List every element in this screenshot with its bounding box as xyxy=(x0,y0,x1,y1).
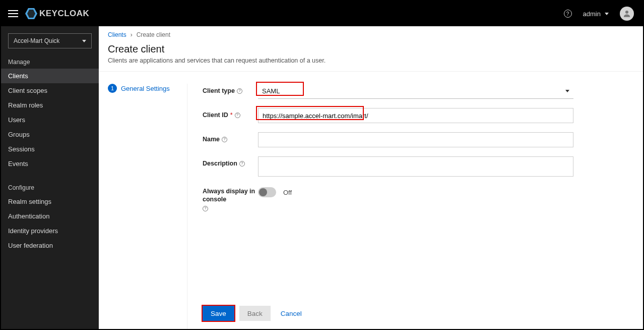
main-content: Clients › Create client Create client Cl… xyxy=(99,26,643,329)
help-icon[interactable]: ? xyxy=(222,137,227,142)
page-description: Clients are applications and services th… xyxy=(108,57,634,64)
label-client-type: Client type xyxy=(203,87,235,95)
description-input[interactable] xyxy=(258,156,573,177)
sidebar-item-client-scopes[interactable]: Client scopes xyxy=(1,83,99,98)
client-id-input[interactable] xyxy=(258,108,573,123)
page-title: Create client xyxy=(108,43,634,55)
wizard-step-general[interactable]: 1 General Settings xyxy=(108,84,184,93)
top-header: KEYCLOAK ? admin xyxy=(1,1,643,26)
sidebar-item-groups[interactable]: Groups xyxy=(1,127,99,142)
toggle-state: Off xyxy=(283,189,292,196)
sidebar: Accel-Mart Quick Manage Clients Client s… xyxy=(1,26,99,329)
realm-selector[interactable]: Accel-Mart Quick xyxy=(8,33,92,48)
sidebar-item-user-federation[interactable]: User federation xyxy=(1,238,99,253)
help-icon[interactable]: ? xyxy=(237,88,242,94)
realm-selected-value: Accel-Mart Quick xyxy=(14,37,59,44)
chevron-down-icon xyxy=(565,90,569,92)
chevron-down-icon xyxy=(605,13,609,15)
breadcrumb-current: Create client xyxy=(137,31,170,38)
breadcrumb-parent[interactable]: Clients xyxy=(108,31,126,38)
always-display-toggle[interactable] xyxy=(258,187,276,197)
label-client-id: Client ID xyxy=(203,111,228,119)
chevron-down-icon xyxy=(82,40,86,42)
avatar[interactable] xyxy=(620,7,634,21)
label-name: Name xyxy=(203,135,220,143)
cancel-button[interactable]: Cancel xyxy=(276,306,307,321)
required-mark: * xyxy=(230,111,233,119)
label-description: Description xyxy=(203,159,237,168)
sidebar-item-clients[interactable]: Clients xyxy=(1,69,99,83)
chevron-right-icon: › xyxy=(131,31,133,38)
sidebar-item-realm-settings[interactable]: Realm settings xyxy=(1,194,99,209)
client-type-value: SAML xyxy=(262,87,280,95)
name-input[interactable] xyxy=(258,132,573,147)
sidebar-item-events[interactable]: Events xyxy=(1,156,99,171)
help-icon[interactable]: ? xyxy=(239,161,245,167)
step-label: General Settings xyxy=(121,85,170,92)
logo-icon xyxy=(25,8,37,19)
help-icon[interactable]: ? xyxy=(564,10,572,18)
logo-text: KEYCLOAK xyxy=(39,9,89,19)
back-button[interactable]: Back xyxy=(239,306,271,321)
logo[interactable]: KEYCLOAK xyxy=(25,8,89,19)
username: admin xyxy=(583,10,601,18)
save-button[interactable]: Save xyxy=(203,306,234,321)
sidebar-item-identity-providers[interactable]: Identity providers xyxy=(1,224,99,238)
sidebar-item-realm-roles[interactable]: Realm roles xyxy=(1,98,99,113)
nav-section-configure-title: Configure xyxy=(1,180,99,194)
sidebar-item-sessions[interactable]: Sessions xyxy=(1,142,99,156)
menu-toggle-icon[interactable] xyxy=(8,10,18,17)
user-menu[interactable]: admin xyxy=(583,10,609,18)
nav-section-manage-title: Manage xyxy=(1,54,99,69)
sidebar-item-users[interactable]: Users xyxy=(1,113,99,127)
help-icon[interactable]: ? xyxy=(203,206,208,211)
client-type-select[interactable]: SAML xyxy=(258,84,573,99)
svg-point-2 xyxy=(625,11,628,14)
sidebar-item-authentication[interactable]: Authentication xyxy=(1,209,99,224)
help-icon[interactable]: ? xyxy=(235,113,240,118)
breadcrumb: Clients › Create client xyxy=(99,26,643,41)
label-always-display: Always display in console xyxy=(203,187,258,204)
step-number-badge: 1 xyxy=(108,84,117,93)
